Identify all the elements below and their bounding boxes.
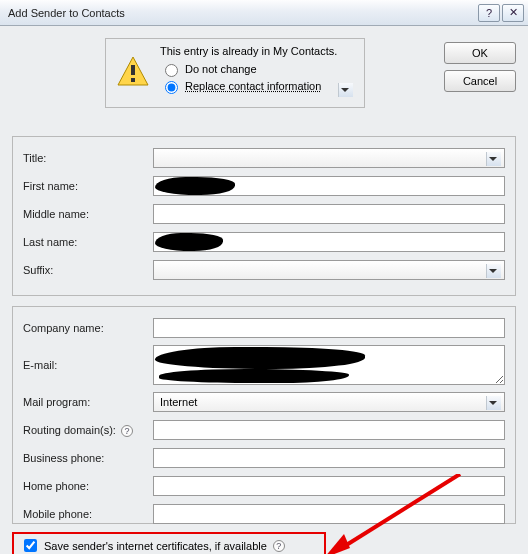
title-select[interactable] bbox=[153, 148, 505, 168]
contact-group: Company name: E-mail: Mail program: Inte… bbox=[12, 306, 516, 524]
home-phone-input[interactable] bbox=[153, 476, 505, 496]
radio-do-not-change[interactable] bbox=[165, 64, 178, 77]
option-replace[interactable]: Replace contact information bbox=[160, 78, 356, 94]
radio-replace[interactable] bbox=[165, 81, 178, 94]
redacted-text bbox=[155, 177, 235, 195]
save-certificates-checkbox[interactable] bbox=[24, 539, 37, 552]
redacted-text bbox=[155, 233, 223, 251]
close-icon: ✕ bbox=[509, 6, 518, 19]
existing-contact-notice: This entry is already in My Contacts. Do… bbox=[105, 38, 365, 108]
label-suffix: Suffix: bbox=[23, 264, 153, 276]
routing-input[interactable] bbox=[153, 420, 505, 440]
label-home-phone: Home phone: bbox=[23, 480, 153, 492]
label-text: Routing domain(s): bbox=[23, 424, 116, 436]
dialog-client: OK Cancel This entry is already in My Co… bbox=[0, 26, 528, 554]
help-icon: ? bbox=[486, 7, 492, 19]
dialog-buttons: OK Cancel bbox=[444, 42, 516, 98]
label-mobile-phone: Mobile phone: bbox=[23, 508, 153, 520]
option-do-not-change[interactable]: Do not change bbox=[160, 61, 356, 77]
help-icon[interactable]: ? bbox=[273, 540, 285, 552]
svg-rect-1 bbox=[131, 65, 135, 75]
redacted-text bbox=[159, 369, 349, 383]
save-certificates-option[interactable]: Save sender's internet certificates, if … bbox=[20, 536, 285, 554]
suffix-select[interactable] bbox=[153, 260, 505, 280]
title-bar: Add Sender to Contacts ? ✕ bbox=[0, 0, 528, 26]
company-input[interactable] bbox=[153, 318, 505, 338]
warning-icon bbox=[116, 55, 150, 89]
label-business-phone: Business phone: bbox=[23, 452, 153, 464]
label-routing: Routing domain(s): ? bbox=[23, 424, 153, 437]
name-group: Title: First name: Middle name: Last nam… bbox=[12, 136, 516, 296]
label-last-name: Last name: bbox=[23, 236, 153, 248]
window-title: Add Sender to Contacts bbox=[8, 7, 476, 19]
label-middle-name: Middle name: bbox=[23, 208, 153, 220]
select-value: Internet bbox=[160, 396, 197, 408]
cancel-button[interactable]: Cancel bbox=[444, 70, 516, 92]
redacted-text bbox=[155, 347, 365, 369]
mobile-phone-input[interactable] bbox=[153, 504, 505, 524]
label-first-name: First name: bbox=[23, 180, 153, 192]
help-button[interactable]: ? bbox=[478, 4, 500, 22]
label-email: E-mail: bbox=[23, 359, 153, 371]
label-mail-program: Mail program: bbox=[23, 396, 153, 408]
radio-label: Replace contact information bbox=[185, 80, 356, 92]
label-title: Title: bbox=[23, 152, 153, 164]
middle-name-input[interactable] bbox=[153, 204, 505, 224]
radio-label: Do not change bbox=[185, 63, 257, 75]
notice-heading: This entry is already in My Contacts. bbox=[160, 45, 356, 57]
checkbox-label: Save sender's internet certificates, if … bbox=[44, 540, 267, 552]
ok-button[interactable]: OK bbox=[444, 42, 516, 64]
business-phone-input[interactable] bbox=[153, 448, 505, 468]
label-company: Company name: bbox=[23, 322, 153, 334]
mail-program-select[interactable]: Internet bbox=[153, 392, 505, 412]
help-icon[interactable]: ? bbox=[121, 425, 133, 437]
svg-rect-2 bbox=[131, 78, 135, 82]
svg-marker-4 bbox=[324, 534, 350, 554]
close-button[interactable]: ✕ bbox=[502, 4, 524, 22]
